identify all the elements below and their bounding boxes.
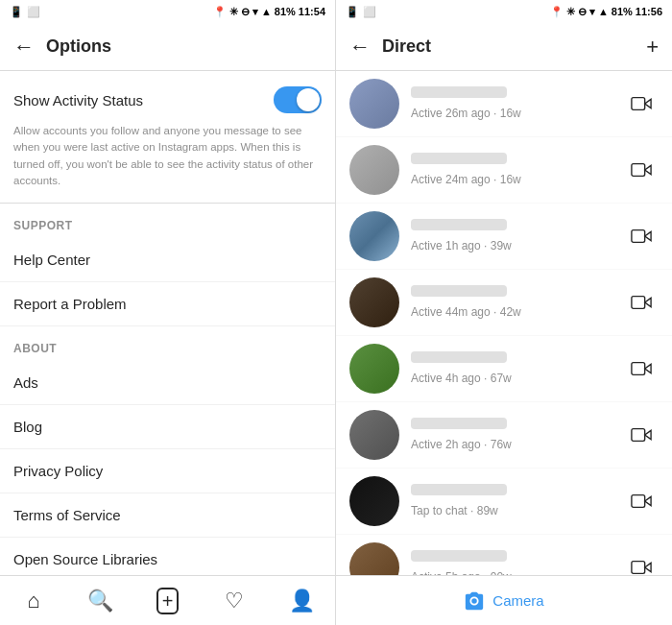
dm-info-2: Active 24m ago · 16w bbox=[411, 153, 624, 187]
right-panel: 📱 ⬜ 📍 ✳ ⊖ ▾ ▲ 81% 11:56 ← Direct + Activ… bbox=[336, 0, 672, 625]
camera-button-1[interactable] bbox=[624, 86, 659, 121]
dm-name-blur-4 bbox=[411, 285, 507, 297]
dm-name-blur-8 bbox=[411, 550, 507, 562]
dm-name-blur-7 bbox=[411, 484, 507, 495]
svg-rect-5 bbox=[632, 429, 645, 442]
nav-search[interactable]: 🔍 bbox=[77, 582, 125, 620]
toggle-knob bbox=[297, 88, 320, 111]
avatar-1 bbox=[349, 79, 399, 129]
avatar-6 bbox=[349, 410, 399, 460]
ads-item[interactable]: Ads bbox=[0, 361, 335, 405]
camera-button-3[interactable] bbox=[624, 219, 659, 253]
dm-item-1[interactable]: Active 26m ago · 16w bbox=[336, 71, 672, 137]
dm-status-5: Active 4h ago · 67w bbox=[411, 372, 512, 385]
dm-info-8: Active 5h ago · 90w bbox=[411, 550, 624, 575]
r-tablet-icon: ⬜ bbox=[363, 6, 376, 18]
blog-item[interactable]: Blog bbox=[0, 405, 335, 449]
r-time: 11:56 bbox=[636, 6, 662, 17]
r-block-icon: ⊖ bbox=[578, 6, 587, 18]
status-bar-left: 📱 ⬜ 📍 ✳ ⊖ ▾ ▲ 81% 11:54 bbox=[0, 0, 335, 23]
r-bluetooth-icon: ✳ bbox=[566, 6, 575, 18]
wifi-icon: ▾ bbox=[252, 6, 258, 18]
dm-name-blur-1 bbox=[411, 86, 507, 98]
r-location-icon: 📍 bbox=[550, 6, 564, 18]
left-panel: 📱 ⬜ 📍 ✳ ⊖ ▾ ▲ 81% 11:54 ← Options Show A… bbox=[0, 0, 336, 625]
status-left-icons: 📱 ⬜ bbox=[10, 6, 40, 18]
dm-status-3: Active 1h ago · 39w bbox=[411, 239, 512, 252]
camera-button-2[interactable] bbox=[624, 153, 659, 187]
camera-button-6[interactable] bbox=[624, 418, 659, 452]
dm-item-2[interactable]: Active 24m ago · 16w bbox=[336, 137, 672, 204]
phone-icon: 📱 bbox=[10, 6, 23, 18]
messages-list: Active 26m ago · 16w Active 24m ago · 16… bbox=[336, 71, 672, 575]
direct-back-button[interactable]: ← bbox=[349, 35, 371, 60]
terms-of-service-item[interactable]: Terms of Service bbox=[0, 493, 335, 538]
direct-title: Direct bbox=[382, 36, 646, 57]
direct-header: ← Direct + bbox=[336, 23, 672, 71]
dm-status-2: Active 24m ago · 16w bbox=[411, 173, 521, 186]
status-right-info: 📍 ✳ ⊖ ▾ ▲ 81% 11:54 bbox=[213, 6, 325, 18]
dm-item-4[interactable]: Active 44m ago · 42w bbox=[336, 270, 672, 336]
activity-label: Show Activity Status bbox=[13, 92, 143, 108]
status-right-right-info: 📍 ✳ ⊖ ▾ ▲ 81% 11:56 bbox=[550, 6, 662, 18]
dm-status-7: Tap to chat · 89w bbox=[411, 504, 498, 517]
dm-status-4: Active 44m ago · 42w bbox=[411, 305, 521, 319]
signal-icon: ▲ bbox=[261, 6, 272, 17]
svg-rect-0 bbox=[632, 98, 645, 110]
dm-name-blur-5 bbox=[411, 351, 507, 363]
dm-info-6: Active 2h ago · 76w bbox=[411, 418, 624, 452]
dm-item-6[interactable]: Active 2h ago · 76w bbox=[336, 402, 672, 469]
dm-item-7[interactable]: Tap to chat · 89w bbox=[336, 469, 672, 535]
r-phone-icon: 📱 bbox=[346, 6, 359, 18]
battery-text: 81% bbox=[275, 6, 296, 17]
dm-info-1: Active 26m ago · 16w bbox=[411, 86, 624, 121]
camera-bar-icon bbox=[464, 590, 485, 612]
camera-bar-label: Camera bbox=[492, 592, 543, 609]
bottom-nav: ⌂ 🔍 + ♡ 👤 bbox=[0, 575, 335, 625]
help-center-item[interactable]: Help Center bbox=[0, 238, 335, 282]
avatar-5 bbox=[349, 344, 399, 394]
camera-button-5[interactable] bbox=[624, 351, 659, 386]
options-header: ← Options bbox=[0, 23, 335, 71]
r-battery-text: 81% bbox=[612, 6, 633, 17]
dm-status-1: Active 26m ago · 16w bbox=[411, 107, 521, 120]
r-wifi-icon: ▾ bbox=[589, 6, 595, 18]
nav-profile[interactable]: 👤 bbox=[277, 582, 325, 620]
privacy-policy-item[interactable]: Privacy Policy bbox=[0, 449, 335, 493]
status-bar-right: 📱 ⬜ 📍 ✳ ⊖ ▾ ▲ 81% 11:56 bbox=[336, 0, 672, 23]
activity-toggle[interactable] bbox=[274, 86, 322, 113]
time-left: 11:54 bbox=[299, 6, 325, 17]
dm-info-7: Tap to chat · 89w bbox=[411, 484, 624, 518]
svg-rect-2 bbox=[632, 230, 645, 243]
dm-info-3: Active 1h ago · 39w bbox=[411, 219, 624, 253]
activity-description: Allow accounts you follow and anyone you… bbox=[13, 123, 322, 189]
svg-rect-7 bbox=[632, 562, 645, 574]
nav-add[interactable]: + bbox=[143, 582, 191, 620]
back-button[interactable]: ← bbox=[13, 35, 35, 60]
open-source-item[interactable]: Open Source Libraries bbox=[0, 538, 335, 575]
camera-button-4[interactable] bbox=[624, 285, 659, 320]
camera-bar[interactable]: Camera bbox=[336, 575, 672, 625]
nav-home[interactable]: ⌂ bbox=[10, 582, 58, 620]
dm-item-5[interactable]: Active 4h ago · 67w bbox=[336, 336, 672, 402]
activity-section: Show Activity Status Allow accounts you … bbox=[0, 71, 335, 204]
dm-item-8[interactable]: Active 5h ago · 90w bbox=[336, 535, 672, 575]
heart-icon: ♡ bbox=[225, 589, 244, 613]
dm-status-6: Active 2h ago · 76w bbox=[411, 438, 512, 451]
status-right-left-icons: 📱 ⬜ bbox=[346, 6, 376, 18]
avatar-4 bbox=[349, 277, 399, 327]
dm-item-3[interactable]: Active 1h ago · 39w bbox=[336, 204, 672, 270]
dm-name-blur-2 bbox=[411, 153, 507, 164]
camera-button-7[interactable] bbox=[624, 484, 659, 518]
report-problem-item[interactable]: Report a Problem bbox=[0, 282, 335, 326]
dm-info-5: Active 4h ago · 67w bbox=[411, 351, 624, 386]
home-icon: ⌂ bbox=[27, 589, 39, 613]
profile-icon: 👤 bbox=[289, 589, 315, 613]
search-icon: 🔍 bbox=[87, 589, 113, 613]
camera-button-8[interactable] bbox=[624, 550, 659, 575]
new-message-button[interactable]: + bbox=[646, 35, 659, 60]
tablet-icon: ⬜ bbox=[27, 6, 40, 18]
left-content: Show Activity Status Allow accounts you … bbox=[0, 71, 335, 575]
nav-heart[interactable]: ♡ bbox=[210, 582, 258, 620]
dm-name-blur-3 bbox=[411, 219, 507, 230]
